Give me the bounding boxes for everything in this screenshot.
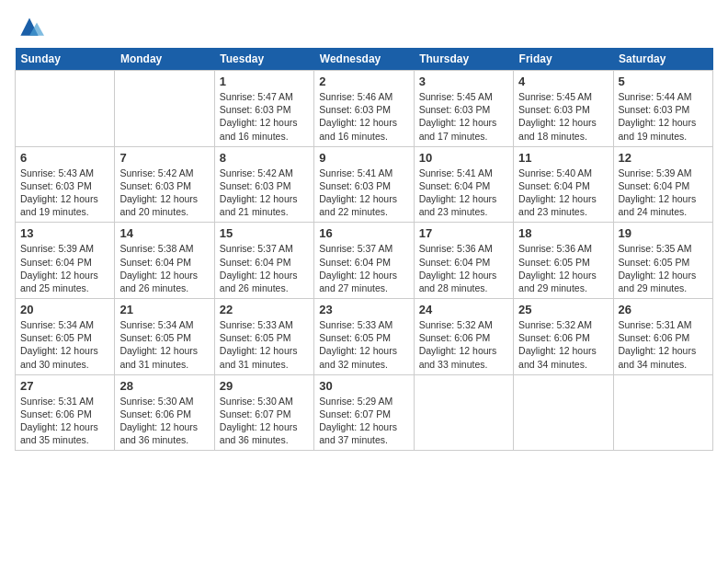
calendar-cell: 22Sunrise: 5:33 AM Sunset: 6:05 PM Dayli… [214,299,313,375]
day-info: Sunrise: 5:47 AM Sunset: 6:03 PM Dayligh… [220,90,309,143]
calendar-week-row: 27Sunrise: 5:31 AM Sunset: 6:06 PM Dayli… [16,374,713,451]
day-info: Sunrise: 5:45 AM Sunset: 6:03 PM Dayligh… [419,90,508,143]
calendar-cell: 16Sunrise: 5:37 AM Sunset: 6:04 PM Dayli… [314,223,414,299]
calendar-cell: 6Sunrise: 5:43 AM Sunset: 6:03 PM Daylig… [16,146,115,223]
calendar-table: SundayMondayTuesdayWednesdayThursdayFrid… [15,48,713,451]
calendar-cell: 2Sunrise: 5:46 AM Sunset: 6:03 PM Daylig… [314,71,414,147]
calendar-week-row: 6Sunrise: 5:43 AM Sunset: 6:03 PM Daylig… [16,146,713,223]
day-number: 23 [319,303,408,316]
day-info: Sunrise: 5:30 AM Sunset: 6:07 PM Dayligh… [220,395,309,447]
weekday-header: Friday [514,48,613,71]
day-info: Sunrise: 5:39 AM Sunset: 6:04 PM Dayligh… [20,242,109,294]
day-number: 15 [220,226,309,240]
calendar-cell: 29Sunrise: 5:30 AM Sunset: 6:07 PM Dayli… [214,374,313,451]
calendar-week-row: 20Sunrise: 5:34 AM Sunset: 6:05 PM Dayli… [16,299,713,375]
day-number: 20 [20,303,109,316]
day-info: Sunrise: 5:36 AM Sunset: 6:05 PM Dayligh… [518,242,608,294]
day-info: Sunrise: 5:37 AM Sunset: 6:04 PM Dayligh… [319,242,408,294]
day-number: 29 [220,379,309,393]
day-info: Sunrise: 5:46 AM Sunset: 6:03 PM Dayligh… [319,90,408,143]
day-info: Sunrise: 5:34 AM Sunset: 6:05 PM Dayligh… [119,318,209,371]
day-number: 30 [319,379,408,393]
calendar-cell [115,71,214,147]
day-number: 24 [419,303,508,316]
calendar-header: SundayMondayTuesdayWednesdayThursdayFrid… [16,48,713,71]
day-number: 1 [220,75,309,88]
calendar-cell: 19Sunrise: 5:35 AM Sunset: 6:05 PM Dayli… [613,223,712,299]
day-number: 28 [119,379,209,393]
day-info: Sunrise: 5:44 AM Sunset: 6:03 PM Dayligh… [619,90,708,143]
logo-icon [15,15,44,40]
calendar-cell: 24Sunrise: 5:32 AM Sunset: 6:06 PM Dayli… [414,299,513,375]
day-number: 11 [518,151,608,165]
calendar-week-row: 13Sunrise: 5:39 AM Sunset: 6:04 PM Dayli… [16,223,713,299]
day-info: Sunrise: 5:43 AM Sunset: 6:03 PM Dayligh… [20,167,109,219]
day-info: Sunrise: 5:34 AM Sunset: 6:05 PM Dayligh… [20,318,109,371]
calendar-cell: 15Sunrise: 5:37 AM Sunset: 6:04 PM Dayli… [214,223,313,299]
day-info: Sunrise: 5:40 AM Sunset: 6:04 PM Dayligh… [518,167,608,219]
day-number: 21 [119,303,209,316]
day-number: 17 [419,226,508,240]
day-info: Sunrise: 5:31 AM Sunset: 6:06 PM Dayligh… [20,395,109,447]
day-info: Sunrise: 5:32 AM Sunset: 6:06 PM Dayligh… [419,318,508,371]
calendar-cell [16,71,115,147]
day-number: 5 [619,75,708,88]
calendar-cell: 27Sunrise: 5:31 AM Sunset: 6:06 PM Dayli… [16,374,115,451]
logo [15,15,48,40]
day-number: 12 [619,151,708,165]
day-number: 6 [20,151,109,165]
weekday-header: Saturday [613,48,712,71]
day-info: Sunrise: 5:31 AM Sunset: 6:06 PM Dayligh… [619,318,708,371]
day-info: Sunrise: 5:33 AM Sunset: 6:05 PM Dayligh… [220,318,309,371]
calendar-cell: 30Sunrise: 5:29 AM Sunset: 6:07 PM Dayli… [314,374,414,451]
day-info: Sunrise: 5:35 AM Sunset: 6:05 PM Dayligh… [619,242,708,294]
calendar-week-row: 1Sunrise: 5:47 AM Sunset: 6:03 PM Daylig… [16,71,713,147]
day-number: 22 [220,303,309,316]
calendar-cell: 21Sunrise: 5:34 AM Sunset: 6:05 PM Dayli… [115,299,214,375]
day-info: Sunrise: 5:37 AM Sunset: 6:04 PM Dayligh… [220,242,309,294]
day-info: Sunrise: 5:38 AM Sunset: 6:04 PM Dayligh… [119,242,209,294]
day-info: Sunrise: 5:32 AM Sunset: 6:06 PM Dayligh… [518,318,608,371]
weekday-header: Monday [115,48,214,71]
calendar-cell: 7Sunrise: 5:42 AM Sunset: 6:03 PM Daylig… [115,146,214,223]
day-info: Sunrise: 5:30 AM Sunset: 6:06 PM Dayligh… [119,395,209,447]
calendar-cell: 12Sunrise: 5:39 AM Sunset: 6:04 PM Dayli… [613,146,712,223]
day-number: 27 [20,379,109,393]
day-number: 9 [319,151,408,165]
day-number: 16 [319,226,408,240]
day-info: Sunrise: 5:36 AM Sunset: 6:04 PM Dayligh… [419,242,508,294]
day-info: Sunrise: 5:33 AM Sunset: 6:05 PM Dayligh… [319,318,408,371]
day-number: 3 [419,75,508,88]
day-number: 10 [419,151,508,165]
calendar-cell: 11Sunrise: 5:40 AM Sunset: 6:04 PM Dayli… [514,146,613,223]
day-info: Sunrise: 5:42 AM Sunset: 6:03 PM Dayligh… [119,167,209,219]
day-number: 13 [20,226,109,240]
calendar-cell: 20Sunrise: 5:34 AM Sunset: 6:05 PM Dayli… [16,299,115,375]
weekday-header: Wednesday [314,48,414,71]
calendar-cell: 26Sunrise: 5:31 AM Sunset: 6:06 PM Dayli… [613,299,712,375]
day-info: Sunrise: 5:29 AM Sunset: 6:07 PM Dayligh… [319,395,408,447]
day-info: Sunrise: 5:45 AM Sunset: 6:03 PM Dayligh… [518,90,608,143]
day-info: Sunrise: 5:42 AM Sunset: 6:03 PM Dayligh… [220,167,309,219]
calendar-cell: 1Sunrise: 5:47 AM Sunset: 6:03 PM Daylig… [214,71,313,147]
calendar-cell [613,374,712,451]
calendar-cell [514,374,613,451]
calendar-cell: 18Sunrise: 5:36 AM Sunset: 6:05 PM Dayli… [514,223,613,299]
calendar-cell: 4Sunrise: 5:45 AM Sunset: 6:03 PM Daylig… [514,71,613,147]
day-number: 4 [518,75,608,88]
day-number: 26 [619,303,708,316]
calendar-cell: 28Sunrise: 5:30 AM Sunset: 6:06 PM Dayli… [115,374,214,451]
weekday-header: Tuesday [214,48,313,71]
calendar-cell: 8Sunrise: 5:42 AM Sunset: 6:03 PM Daylig… [214,146,313,223]
calendar-cell: 23Sunrise: 5:33 AM Sunset: 6:05 PM Dayli… [314,299,414,375]
calendar-cell: 3Sunrise: 5:45 AM Sunset: 6:03 PM Daylig… [414,71,513,147]
day-number: 7 [119,151,209,165]
weekday-header: Sunday [16,48,115,71]
day-info: Sunrise: 5:41 AM Sunset: 6:04 PM Dayligh… [419,167,508,219]
day-number: 2 [319,75,408,88]
day-info: Sunrise: 5:41 AM Sunset: 6:03 PM Dayligh… [319,167,408,219]
weekday-row: SundayMondayTuesdayWednesdayThursdayFrid… [16,48,713,71]
day-info: Sunrise: 5:39 AM Sunset: 6:04 PM Dayligh… [619,167,708,219]
day-number: 14 [119,226,209,240]
calendar-cell: 25Sunrise: 5:32 AM Sunset: 6:06 PM Dayli… [514,299,613,375]
